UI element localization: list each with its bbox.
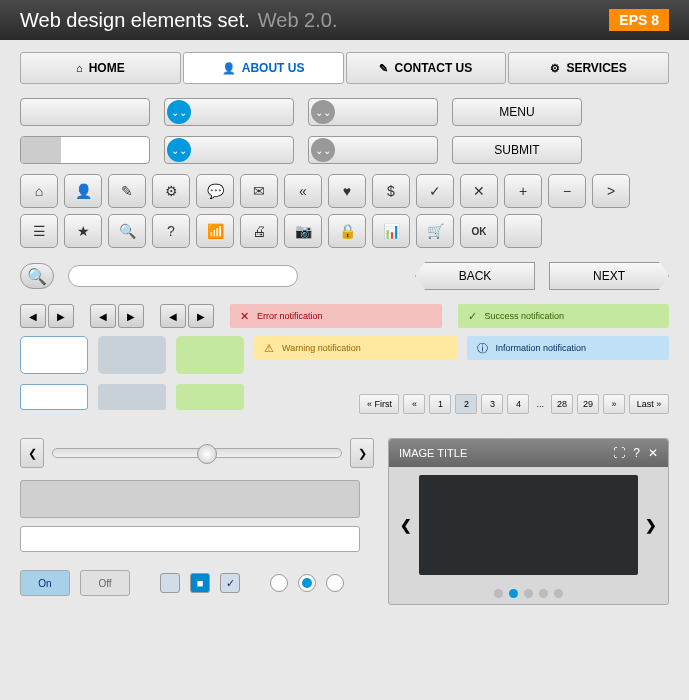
help-icon[interactable]: ? bbox=[633, 446, 640, 460]
eps-badge: EPS 8 bbox=[609, 9, 669, 31]
search-button[interactable]: 🔍 bbox=[20, 263, 54, 289]
next-arrow[interactable]: ▶ bbox=[48, 304, 74, 328]
camera-icon-btn[interactable]: 📷 bbox=[284, 214, 322, 248]
speech-bubble-gray bbox=[98, 336, 166, 374]
dot-5[interactable] bbox=[554, 589, 563, 598]
slider-thumb[interactable] bbox=[197, 444, 217, 464]
home-icon: ⌂ bbox=[76, 62, 83, 74]
image-panel-title: IMAGE TITLE bbox=[399, 447, 467, 459]
slider-prev[interactable]: ❮ bbox=[20, 438, 44, 468]
prev-arrow[interactable]: ◀ bbox=[160, 304, 186, 328]
dollar-icon-btn[interactable]: $ bbox=[372, 174, 410, 208]
page-3[interactable]: 3 bbox=[481, 394, 503, 414]
submit-button[interactable]: SUBMIT bbox=[452, 136, 582, 164]
prev-arrow[interactable]: ◀ bbox=[20, 304, 46, 328]
minus-icon-btn[interactable]: − bbox=[548, 174, 586, 208]
error-notification: ✕Error notification bbox=[230, 304, 442, 328]
text-input[interactable] bbox=[20, 526, 360, 552]
dropdown-blue-1[interactable]: ⌄⌄ bbox=[164, 98, 294, 126]
home-icon-btn[interactable]: ⌂ bbox=[20, 174, 58, 208]
tag-gray bbox=[98, 384, 166, 410]
dot-3[interactable] bbox=[524, 589, 533, 598]
toggle-on[interactable]: On bbox=[20, 570, 70, 596]
mail-icon-btn[interactable]: ✉ bbox=[240, 174, 278, 208]
plus-icon-btn[interactable]: + bbox=[504, 174, 542, 208]
split-input-1[interactable] bbox=[20, 136, 150, 164]
toggle-off[interactable]: Off bbox=[80, 570, 130, 596]
check-icon-btn[interactable]: ✓ bbox=[416, 174, 454, 208]
panel-placeholder bbox=[20, 480, 360, 518]
heart-icon-btn[interactable]: ♥ bbox=[328, 174, 366, 208]
radio-empty[interactable] bbox=[270, 574, 288, 592]
page-first[interactable]: « First bbox=[359, 394, 399, 414]
next-arrow[interactable]: ▶ bbox=[188, 304, 214, 328]
x-icon: ✕ bbox=[240, 310, 249, 323]
page-last[interactable]: Last » bbox=[629, 394, 669, 414]
help-icon-btn[interactable]: ? bbox=[152, 214, 190, 248]
rewind-icon-btn[interactable]: « bbox=[284, 174, 322, 208]
carousel-dots bbox=[389, 583, 668, 604]
close-icon-btn[interactable]: ✕ bbox=[460, 174, 498, 208]
user-icon-btn[interactable]: 👤 bbox=[64, 174, 102, 208]
radio-empty-2[interactable] bbox=[326, 574, 344, 592]
empty-button-1[interactable] bbox=[20, 98, 150, 126]
speech-bubble-white bbox=[20, 336, 88, 374]
slider-next[interactable]: ❯ bbox=[350, 438, 374, 468]
list-icon-btn[interactable]: ☰ bbox=[20, 214, 58, 248]
checkbox-empty[interactable] bbox=[160, 573, 180, 593]
ok-button[interactable]: OK bbox=[460, 214, 498, 248]
search-input[interactable] bbox=[68, 265, 298, 287]
page-2[interactable]: 2 bbox=[455, 394, 477, 414]
page-1[interactable]: 1 bbox=[429, 394, 451, 414]
image-panel: IMAGE TITLE ⛶ ? ✕ ❮ ❯ bbox=[388, 438, 669, 605]
nav-services[interactable]: ⚙SERVICES bbox=[508, 52, 669, 84]
close-icon[interactable]: ✕ bbox=[648, 446, 658, 460]
checkbox-checked[interactable]: ✓ bbox=[220, 573, 240, 593]
dot-2[interactable] bbox=[509, 589, 518, 598]
radio-checked[interactable] bbox=[298, 574, 316, 592]
search-icon-btn[interactable]: 🔍 bbox=[108, 214, 146, 248]
slider-track[interactable] bbox=[52, 448, 342, 458]
chat-icon-btn[interactable]: 💬 bbox=[196, 174, 234, 208]
cart-icon-btn[interactable]: 🛒 bbox=[416, 214, 454, 248]
page-next[interactable]: » bbox=[603, 394, 625, 414]
page-4[interactable]: 4 bbox=[507, 394, 529, 414]
checkbox-filled[interactable]: ■ bbox=[190, 573, 210, 593]
nav-about[interactable]: 👤ABOUT US bbox=[183, 52, 344, 84]
lock-icon-btn[interactable]: 🔒 bbox=[328, 214, 366, 248]
settings-icon-btn[interactable]: ⚙ bbox=[152, 174, 190, 208]
warning-notification: ⚠Warning notification bbox=[254, 336, 457, 360]
prev-arrow[interactable]: ◀ bbox=[90, 304, 116, 328]
nav-home[interactable]: ⌂HOME bbox=[20, 52, 181, 84]
speech-bubble-green bbox=[176, 336, 244, 374]
next-icon-btn[interactable]: > bbox=[592, 174, 630, 208]
icon-button-grid: ⌂ 👤 ✎ ⚙ 💬 ✉ « ♥ $ ✓ ✕ + − > ☰ ★ 🔍 ? 📶 🖨 … bbox=[20, 174, 669, 248]
tag-white bbox=[20, 384, 88, 410]
blank-icon-btn[interactable] bbox=[504, 214, 542, 248]
dropdown-gray-1[interactable]: ⌄⌄ bbox=[308, 98, 438, 126]
carousel-next[interactable]: ❯ bbox=[642, 495, 660, 555]
carousel-prev[interactable]: ❮ bbox=[397, 495, 415, 555]
dot-4[interactable] bbox=[539, 589, 548, 598]
info-notification: ⓘInformation notification bbox=[467, 336, 670, 360]
page-28[interactable]: 28 bbox=[551, 394, 573, 414]
expand-icon[interactable]: ⛶ bbox=[613, 446, 625, 460]
page-prev[interactable]: « bbox=[403, 394, 425, 414]
user-icon: 👤 bbox=[222, 62, 236, 75]
page-29[interactable]: 29 bbox=[577, 394, 599, 414]
print-icon-btn[interactable]: 🖨 bbox=[240, 214, 278, 248]
dot-1[interactable] bbox=[494, 589, 503, 598]
next-button[interactable]: NEXT bbox=[549, 262, 669, 290]
edit-icon-btn[interactable]: ✎ bbox=[108, 174, 146, 208]
dropdown-gray-2[interactable]: ⌄⌄ bbox=[308, 136, 438, 164]
dropdown-blue-2[interactable]: ⌄⌄ bbox=[164, 136, 294, 164]
nav-contact[interactable]: ✎CONTACT US bbox=[346, 52, 507, 84]
star-icon-btn[interactable]: ★ bbox=[64, 214, 102, 248]
check-icon: ✓ bbox=[468, 310, 477, 323]
rss-icon-btn[interactable]: 📶 bbox=[196, 214, 234, 248]
menu-button[interactable]: MENU bbox=[452, 98, 582, 126]
stats-icon-btn[interactable]: 📊 bbox=[372, 214, 410, 248]
back-button[interactable]: BACK bbox=[415, 262, 535, 290]
next-arrow[interactable]: ▶ bbox=[118, 304, 144, 328]
header-bar: Web design elements set. Web 2.0. EPS 8 bbox=[0, 0, 689, 40]
